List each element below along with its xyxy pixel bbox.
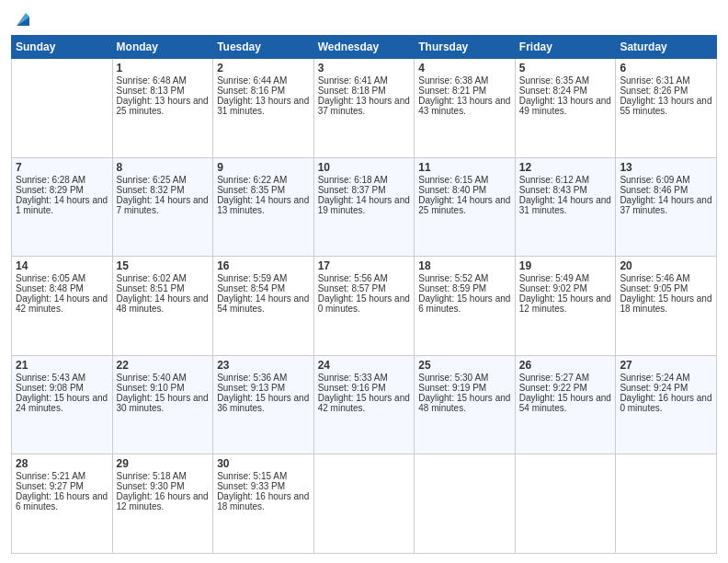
daylight-text: Daylight: 13 hours and 43 minutes.: [418, 96, 510, 116]
calendar-cell: 20Sunrise: 5:46 AMSunset: 9:05 PMDayligh…: [616, 257, 717, 356]
sunrise-text: Sunrise: 5:46 AM: [620, 273, 689, 283]
sunset-text: Sunset: 8:37 PM: [318, 185, 386, 195]
sunrise-text: Sunrise: 6:05 AM: [16, 273, 85, 283]
sunrise-text: Sunrise: 6:25 AM: [117, 175, 187, 185]
calendar-header-row: SundayMondayTuesdayWednesdayThursdayFrid…: [12, 36, 717, 59]
day-number: 13: [620, 161, 712, 174]
sunset-text: Sunset: 8:57 PM: [318, 283, 386, 293]
daylight-text: Daylight: 15 hours and 18 minutes.: [620, 293, 711, 314]
daylight-text: Daylight: 16 hours and 6 minutes.: [16, 491, 108, 511]
calendar-cell: [313, 454, 415, 554]
sunrise-text: Sunrise: 6:31 AM: [620, 75, 689, 86]
day-number: 14: [16, 259, 108, 272]
sunrise-text: Sunrise: 6:38 AM: [418, 75, 488, 86]
calendar-cell: 28Sunrise: 5:21 AMSunset: 9:27 PMDayligh…: [12, 454, 113, 554]
calendar-cell: 17Sunrise: 5:56 AMSunset: 8:57 PMDayligh…: [313, 257, 415, 356]
daylight-text: Daylight: 14 hours and 13 minutes.: [217, 195, 309, 215]
calendar-cell: 22Sunrise: 5:40 AMSunset: 9:10 PMDayligh…: [112, 355, 213, 454]
calendar-cell: 23Sunrise: 5:36 AMSunset: 9:13 PMDayligh…: [213, 355, 314, 454]
sunset-text: Sunset: 8:51 PM: [117, 283, 185, 293]
sunset-text: Sunset: 9:10 PM: [117, 383, 185, 393]
calendar-cell: 19Sunrise: 5:49 AMSunset: 9:02 PMDayligh…: [515, 257, 616, 356]
sunset-text: Sunset: 9:22 PM: [519, 383, 587, 393]
sunset-text: Sunset: 8:13 PM: [117, 86, 185, 96]
sunset-text: Sunset: 9:30 PM: [117, 481, 185, 491]
day-number: 8: [117, 161, 210, 174]
calendar-cell: 9Sunrise: 6:22 AMSunset: 8:35 PMDaylight…: [213, 157, 314, 257]
daylight-text: Daylight: 14 hours and 42 minutes.: [16, 293, 108, 314]
day-header-saturday: Saturday: [616, 36, 717, 59]
daylight-text: Daylight: 16 hours and 18 minutes.: [217, 491, 309, 511]
day-number: 25: [418, 359, 511, 372]
sunset-text: Sunset: 8:18 PM: [318, 86, 386, 96]
sunset-text: Sunset: 8:29 PM: [16, 185, 84, 195]
sunrise-text: Sunrise: 6:12 AM: [519, 175, 589, 185]
day-number: 26: [519, 359, 612, 372]
day-number: 24: [318, 359, 411, 372]
logo: [11, 9, 33, 29]
daylight-text: Daylight: 14 hours and 37 minutes.: [620, 195, 711, 215]
day-number: 20: [620, 259, 712, 272]
week-row-4: 21Sunrise: 5:43 AMSunset: 9:08 PMDayligh…: [12, 355, 717, 454]
daylight-text: Daylight: 15 hours and 6 minutes.: [418, 293, 510, 314]
calendar-cell: 24Sunrise: 5:33 AMSunset: 9:16 PMDayligh…: [313, 355, 415, 454]
day-header-thursday: Thursday: [415, 36, 516, 59]
week-row-5: 28Sunrise: 5:21 AMSunset: 9:27 PMDayligh…: [12, 454, 717, 554]
week-row-1: 1Sunrise: 6:48 AMSunset: 8:13 PMDaylight…: [12, 59, 717, 158]
sunset-text: Sunset: 8:43 PM: [519, 185, 587, 195]
calendar-cell: 10Sunrise: 6:18 AMSunset: 8:37 PMDayligh…: [313, 157, 415, 257]
sunset-text: Sunset: 8:21 PM: [418, 86, 486, 96]
daylight-text: Daylight: 15 hours and 24 minutes.: [16, 393, 108, 413]
daylight-text: Daylight: 14 hours and 19 minutes.: [318, 195, 410, 215]
day-number: 18: [418, 259, 511, 272]
sunrise-text: Sunrise: 5:36 AM: [217, 373, 287, 383]
sunrise-text: Sunrise: 5:21 AM: [16, 471, 85, 481]
daylight-text: Daylight: 14 hours and 7 minutes.: [117, 195, 209, 215]
day-header-friday: Friday: [515, 36, 616, 59]
logo-icon: [13, 9, 33, 29]
sunset-text: Sunset: 9:13 PM: [217, 383, 285, 393]
day-number: 2: [217, 62, 310, 75]
daylight-text: Daylight: 15 hours and 42 minutes.: [318, 393, 410, 413]
day-number: 28: [16, 457, 108, 470]
day-number: 9: [217, 161, 310, 174]
sunrise-text: Sunrise: 5:56 AM: [318, 273, 388, 283]
header: [11, 9, 717, 29]
calendar-cell: 2Sunrise: 6:44 AMSunset: 8:16 PMDaylight…: [213, 59, 314, 158]
day-header-wednesday: Wednesday: [313, 36, 415, 59]
calendar-cell: [415, 454, 516, 554]
day-number: 16: [217, 259, 310, 272]
daylight-text: Daylight: 13 hours and 31 minutes.: [217, 96, 309, 116]
day-number: 3: [318, 62, 411, 75]
day-number: 19: [519, 259, 612, 272]
sunset-text: Sunset: 9:05 PM: [620, 283, 688, 293]
calendar-table: SundayMondayTuesdayWednesdayThursdayFrid…: [11, 35, 717, 554]
sunrise-text: Sunrise: 6:18 AM: [318, 175, 388, 185]
sunset-text: Sunset: 9:02 PM: [519, 283, 587, 293]
calendar-cell: 30Sunrise: 5:15 AMSunset: 9:33 PMDayligh…: [213, 454, 314, 554]
calendar-cell: 15Sunrise: 6:02 AMSunset: 8:51 PMDayligh…: [112, 257, 213, 356]
day-header-tuesday: Tuesday: [213, 36, 314, 59]
day-number: 30: [217, 457, 310, 470]
calendar-cell: 8Sunrise: 6:25 AMSunset: 8:32 PMDaylight…: [112, 157, 213, 257]
sunset-text: Sunset: 8:40 PM: [418, 185, 486, 195]
daylight-text: Daylight: 13 hours and 37 minutes.: [318, 96, 410, 116]
calendar-cell: 25Sunrise: 5:30 AMSunset: 9:19 PMDayligh…: [415, 355, 516, 454]
calendar-cell: 26Sunrise: 5:27 AMSunset: 9:22 PMDayligh…: [515, 355, 616, 454]
day-number: 22: [117, 359, 210, 372]
day-number: 21: [16, 359, 108, 372]
sunset-text: Sunset: 8:32 PM: [117, 185, 185, 195]
sunrise-text: Sunrise: 6:09 AM: [620, 175, 689, 185]
sunset-text: Sunset: 9:24 PM: [620, 383, 688, 393]
day-number: 15: [117, 259, 210, 272]
sunset-text: Sunset: 8:46 PM: [620, 185, 688, 195]
daylight-text: Daylight: 13 hours and 49 minutes.: [519, 96, 611, 116]
sunrise-text: Sunrise: 5:24 AM: [620, 373, 689, 383]
day-number: 7: [16, 161, 108, 174]
sunrise-text: Sunrise: 5:52 AM: [418, 273, 488, 283]
calendar-cell: 21Sunrise: 5:43 AMSunset: 9:08 PMDayligh…: [12, 355, 113, 454]
calendar-cell: 13Sunrise: 6:09 AMSunset: 8:46 PMDayligh…: [616, 157, 717, 257]
calendar-cell: [616, 454, 717, 554]
sunrise-text: Sunrise: 5:18 AM: [117, 471, 187, 481]
daylight-text: Daylight: 15 hours and 36 minutes.: [217, 393, 309, 413]
